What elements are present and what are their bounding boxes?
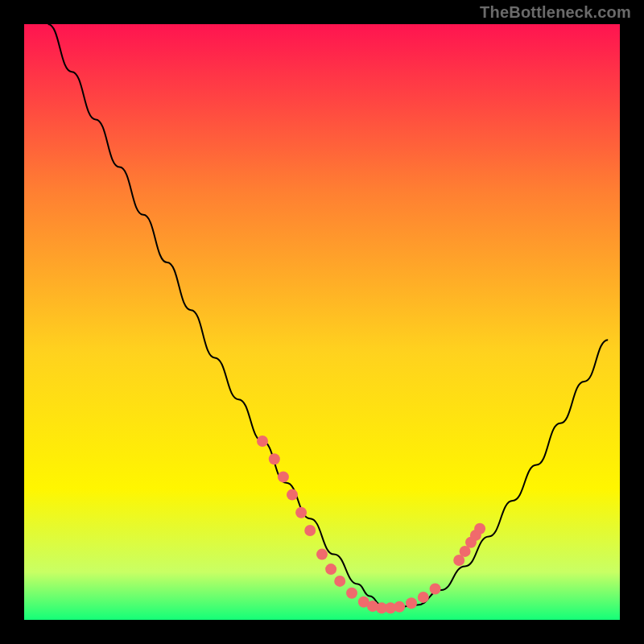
chart-svg [0,0,644,644]
data-point [278,471,289,482]
watermark-text: TheBottleneck.com [480,3,631,22]
data-point [304,525,316,536]
data-point [325,564,336,575]
data-point [394,601,405,613]
data-point [269,453,280,464]
data-point [430,584,441,595]
data-point [287,489,298,501]
data-point [346,588,357,599]
data-point [474,523,485,535]
data-point [295,507,307,518]
data-point [257,436,268,447]
data-point [418,592,429,603]
data-point [316,549,328,560]
data-point [334,576,345,587]
plot-area [24,24,620,620]
data-point [406,597,417,609]
chart-stage: TheBottleneck.com [0,0,644,644]
